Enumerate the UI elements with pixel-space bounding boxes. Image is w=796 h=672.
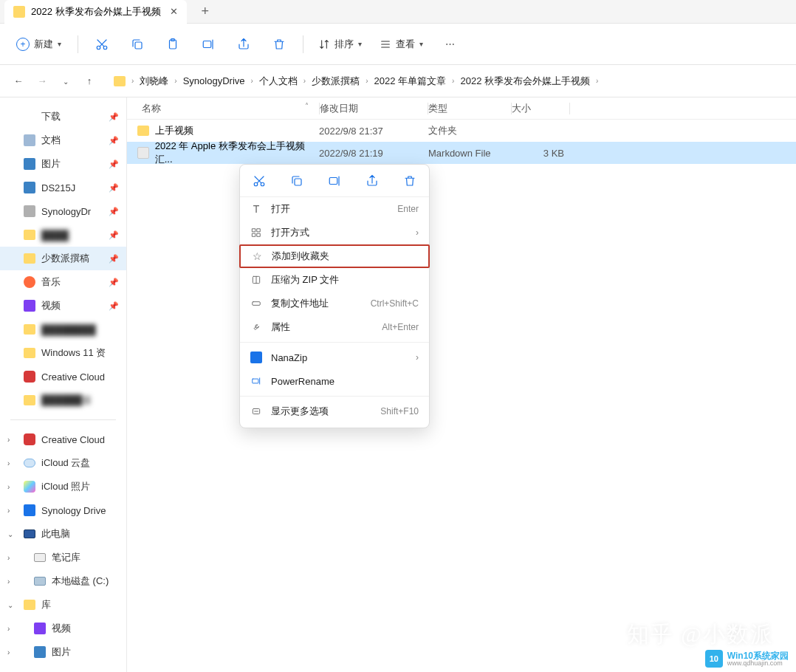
sort-asc-icon: ˄ — [305, 102, 309, 110]
column-type[interactable]: 类型 — [428, 102, 511, 115]
ctx-nanazip[interactable]: NanaZip › — [240, 346, 429, 369]
forward-button[interactable]: → — [34, 75, 50, 86]
cut-button[interactable] — [87, 31, 117, 58]
chevron-right-icon[interactable]: › — [7, 554, 10, 562]
sidebar-item[interactable]: ⌄库 — [0, 593, 126, 617]
pin-icon: 📌 — [109, 136, 119, 145]
hdd-icon — [34, 577, 46, 586]
sidebar-item[interactable]: ›笔记库 — [0, 546, 126, 569]
chevron-right-icon[interactable]: › — [7, 459, 10, 467]
sidebar-item[interactable]: ›iCloud 照片 — [0, 475, 126, 498]
svg-rect-12 — [253, 233, 255, 236]
table-row[interactable]: 2022 年 Apple 秋季发布会上手视频汇...2022/9/8 21:19… — [127, 142, 796, 164]
divider — [78, 35, 78, 53]
column-name[interactable]: 名称˄ — [127, 102, 319, 115]
share-icon[interactable] — [365, 174, 380, 188]
sidebar-item-label: Creative Cloud — [41, 371, 105, 383]
sidebar-item[interactable]: ⌄此电脑 — [0, 522, 126, 546]
copy-button[interactable] — [123, 31, 152, 58]
new-button[interactable]: + 新建 ▾ — [9, 33, 69, 55]
back-button[interactable]: ← — [10, 75, 27, 86]
more-button[interactable]: ⋯ — [435, 31, 464, 58]
rename-button[interactable] — [193, 31, 223, 58]
chevron-down-icon[interactable]: ⌄ — [7, 601, 13, 609]
icloudp-icon — [24, 481, 35, 493]
breadcrumb: › 刘晓峰 › SynologyDrive › 个人文档 › 少数派撰稿 › 2… — [114, 75, 598, 88]
breadcrumb-item[interactable]: 少数派撰稿 — [312, 75, 360, 88]
folder-icon — [114, 76, 126, 86]
sidebar-item[interactable]: 视频📌 — [0, 294, 126, 318]
chevron-right-icon[interactable]: › — [7, 483, 10, 491]
ctx-open-with[interactable]: 打开方式 › — [240, 221, 429, 244]
column-size[interactable]: 大小 — [512, 102, 569, 115]
view-button[interactable]: 查看 ▾ — [374, 33, 429, 55]
context-menu: T 打开 Enter 打开方式 › ☆ 添加到收藏夹 压缩为 ZIP 文件 复制… — [239, 164, 430, 428]
up-button[interactable]: ↑ — [81, 75, 97, 86]
syn-icon — [24, 205, 35, 217]
sidebar-item[interactable]: 少数派撰稿📌 — [0, 247, 126, 270]
sidebar-item[interactable]: ████📌 — [0, 223, 126, 247]
chevron-right-icon[interactable]: › — [7, 577, 10, 586]
sidebar-item[interactable]: ›Synology Drive — [0, 498, 126, 522]
sidebar-item[interactable]: Creative Cloud — [0, 365, 126, 388]
recent-dropdown[interactable]: ⌄ — [58, 75, 74, 86]
close-icon[interactable]: ✕ — [170, 6, 178, 17]
share-button[interactable] — [229, 31, 258, 58]
sidebar-item[interactable]: Windows 11 资 — [0, 341, 126, 365]
svg-rect-5 — [203, 41, 211, 47]
pin-icon: 📌 — [109, 160, 119, 169]
sort-button[interactable]: 排序 ▾ — [312, 33, 368, 55]
chevron-right-icon[interactable]: › — [7, 436, 10, 444]
column-date[interactable]: 修改日期 — [320, 102, 428, 115]
sidebar-item-label: 图片 — [41, 157, 61, 171]
divider — [303, 35, 303, 53]
sidebar-item[interactable]: ›iCloud 云盘 — [0, 451, 126, 475]
chevron-right-icon[interactable]: › — [7, 507, 10, 515]
breadcrumb-item[interactable]: 2022 年单篇文章 — [374, 75, 447, 88]
rename-icon[interactable] — [327, 174, 342, 188]
sidebar-item-label: 库 — [41, 598, 51, 611]
ctx-compress-zip[interactable]: 压缩为 ZIP 文件 — [240, 268, 429, 292]
sidebar-item[interactable]: DS215J📌 — [0, 176, 126, 199]
ctx-show-more[interactable]: 显示更多选项 Shift+F10 — [240, 400, 429, 423]
sidebar-item[interactable]: ██████接 — [0, 388, 126, 412]
ctx-copy-path[interactable]: 复制文件地址 Ctrl+Shift+C — [240, 292, 429, 315]
sidebar-item[interactable]: ›本地磁盘 (C:) — [0, 569, 126, 593]
chevron-down-icon[interactable]: ⌄ — [7, 530, 13, 538]
table-row[interactable]: 上手视频2022/9/8 21:37文件夹 — [127, 120, 796, 142]
sidebar-item[interactable]: ›视频 — [0, 617, 126, 640]
cut-icon[interactable] — [252, 174, 267, 188]
breadcrumb-item[interactable]: SynologyDrive — [183, 75, 245, 86]
sidebar-item[interactable]: ████████ — [0, 318, 126, 341]
delete-button[interactable] — [264, 31, 294, 58]
tab-bar: 2022 秋季发布会外媒上手视频 ✕ + — [0, 0, 796, 24]
breadcrumb-item[interactable]: 刘晓峰 — [140, 75, 168, 88]
chevron-right-icon[interactable]: › — [7, 648, 10, 656]
sidebar-item[interactable]: 音乐📌 — [0, 270, 126, 294]
active-tab[interactable]: 2022 秋季发布会外媒上手视频 ✕ — [4, 0, 187, 24]
ctx-powerrename[interactable]: PowerRename — [240, 369, 429, 393]
plus-circle-icon: + — [16, 38, 30, 51]
ctx-properties[interactable]: 属性 Alt+Enter — [240, 315, 429, 339]
star-icon: ☆ — [251, 250, 263, 262]
chevron-right-icon[interactable]: › — [7, 625, 10, 633]
chevron-right-icon: › — [251, 77, 253, 85]
ctx-open[interactable]: T 打开 Enter — [240, 197, 429, 221]
chevron-down-icon: ▾ — [419, 40, 423, 48]
breadcrumb-item[interactable]: 个人文档 — [259, 75, 298, 88]
ctx-add-to-favorites[interactable]: ☆ 添加到收藏夹 — [239, 244, 430, 268]
paste-button[interactable] — [158, 31, 188, 58]
sidebar-item-label: Windows 11 资 — [41, 346, 106, 360]
delete-icon[interactable] — [402, 174, 417, 188]
sidebar-item[interactable]: 文档📌 — [0, 128, 126, 152]
sidebar-item[interactable]: 下载📌 — [0, 105, 126, 128]
sidebar-item[interactable]: 图片📌 — [0, 152, 126, 176]
sidebar-item[interactable]: ›图片 — [0, 640, 126, 664]
new-tab-button[interactable]: + — [202, 4, 210, 19]
sidebar-item[interactable]: SynologyDr📌 — [0, 199, 126, 223]
copy-icon[interactable] — [289, 174, 304, 188]
breadcrumb-item[interactable]: 2022 秋季发布会外媒上手视频 — [460, 75, 590, 88]
sidebar-item[interactable]: ›Creative Cloud — [0, 428, 126, 451]
folder-icon — [24, 230, 35, 240]
chevron-right-icon: › — [596, 77, 598, 85]
